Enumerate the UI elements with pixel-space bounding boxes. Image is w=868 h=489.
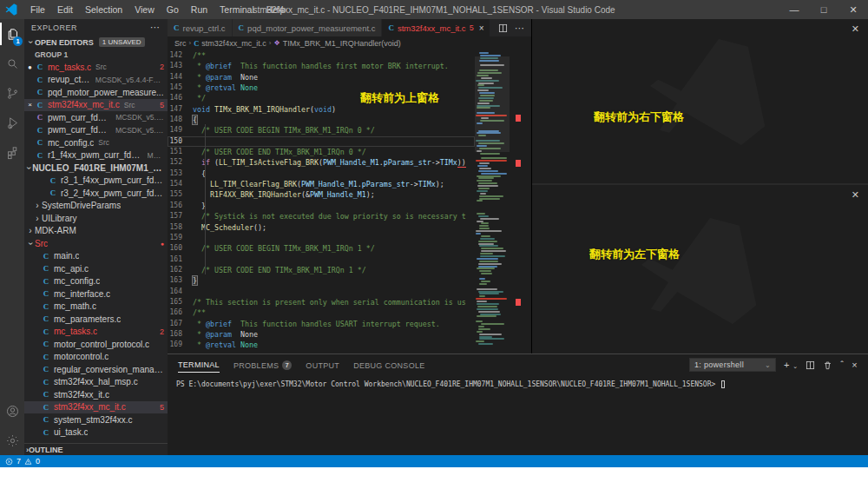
- file-name: mc_tasks.c: [48, 63, 91, 72]
- tree-item[interactable]: Cmotor_control_protocol.c: [24, 338, 168, 351]
- tab-stm32f4xx_mc_it-c[interactable]: Cstm32f4xx_mc_it.c5×: [382, 19, 490, 36]
- panel-tab-output[interactable]: OUTPUT: [306, 357, 339, 373]
- explorer-icon[interactable]: 1: [0, 19, 24, 49]
- empty-editor-pane-top[interactable]: ✕: [532, 19, 868, 185]
- panel-tab-problems[interactable]: PROBLEMS7: [233, 357, 292, 373]
- tree-item[interactable]: Cmc_interface.c: [24, 287, 168, 301]
- split-terminal-icon[interactable]: [806, 360, 815, 370]
- close-pane-icon[interactable]: ✕: [852, 24, 859, 34]
- menu-file[interactable]: File: [24, 0, 51, 19]
- editor-more-actions-icon[interactable]: ⋯: [515, 23, 524, 34]
- tree-item[interactable]: Cstm32f4xx_mc_it.c5: [24, 401, 168, 414]
- tree-item[interactable]: Cmotorcontrol.c: [24, 351, 168, 364]
- close-tab-icon[interactable]: ×: [479, 23, 484, 33]
- source-control-icon[interactable]: [0, 78, 24, 108]
- line-text: LL_TIM_ClearFlag_BRK(PWM_Handle_M1.pPara…: [193, 179, 444, 189]
- minimap-line: [476, 230, 502, 232]
- sidebar-more-actions-icon[interactable]: ⋯: [150, 22, 161, 33]
- minimap-line: [479, 52, 489, 54]
- terminal-output[interactable]: PS E:\documents\pyj\exer\STM32\Motor Con…: [168, 375, 868, 393]
- run-debug-icon[interactable]: [0, 108, 24, 137]
- kill-terminal-trash-icon[interactable]: [823, 360, 832, 370]
- menu-run[interactable]: Run: [185, 0, 214, 19]
- panel-tab-terminal[interactable]: TERMINAL: [178, 357, 220, 373]
- close-panel-icon[interactable]: ×: [852, 360, 858, 370]
- minimap-slider[interactable]: [475, 56, 510, 152]
- open-editor-item[interactable]: Cpwm_curr_fdbk.cMCSDK_v5.4...: [24, 124, 168, 137]
- terminal-cursor: [721, 380, 725, 388]
- code-editor[interactable]: 142/**143 * @brief This function handles…: [168, 50, 531, 354]
- open-editor-item[interactable]: Cmc_config.cSrc: [24, 136, 168, 149]
- close-pane-icon[interactable]: ✕: [852, 190, 859, 200]
- close-button[interactable]: ✕: [838, 0, 868, 19]
- tree-folder-src[interactable]: ›Src●: [24, 237, 168, 250]
- item-label: motor_control_protocol.c: [54, 340, 149, 349]
- error-count[interactable]: 7: [16, 457, 21, 466]
- new-terminal-icon[interactable]: + ⌄: [784, 360, 798, 370]
- breadcrumb-symbol[interactable]: TIMx_BRK_M1_IRQHandler(void): [283, 39, 401, 48]
- accounts-icon[interactable]: [0, 396, 24, 426]
- line-number: 165: [168, 297, 193, 307]
- tree-item[interactable]: Cstm32f4xx_hal_msp.c: [24, 376, 168, 389]
- extensions-icon[interactable]: [0, 137, 24, 167]
- tree-item[interactable]: Cregular_conversion_manager.c: [24, 363, 168, 376]
- minimap-line: [477, 190, 488, 192]
- open-editor-item[interactable]: Cpwm_curr_fdbk.hMCSDK_v5.4...: [24, 111, 168, 124]
- tab-pqd_motor_power_measurement-c[interactable]: Cpqd_motor_power_measurement.c: [233, 19, 383, 36]
- settings-gear-icon[interactable]: [0, 426, 24, 455]
- tree-folder-uilibrary[interactable]: ›UILibrary: [24, 212, 168, 225]
- tree-item[interactable]: Cmc_parameters.c: [24, 313, 168, 326]
- breadcrumb-folder[interactable]: Src: [174, 39, 187, 48]
- tree-item[interactable]: Csystem_stm32f4xx.c: [24, 413, 168, 426]
- tree-item[interactable]: Cui_task.c: [24, 426, 168, 439]
- split-editor-icon[interactable]: [498, 23, 508, 33]
- tree-item[interactable]: Cmc_config.c: [24, 275, 168, 288]
- menu-view[interactable]: View: [128, 0, 161, 19]
- tree-folder-mdk-arm[interactable]: ›MDK-ARM: [24, 225, 168, 238]
- shell-selector[interactable]: 1: powershell ⌄: [689, 358, 776, 372]
- tree-folder-nucleo-f401re-ihm07m1-nohall-1s-[interactable]: ›NUCLEO_F401RE_IHM07M1_NOHALL_1S...: [24, 162, 168, 175]
- tree-item[interactable]: Cr3_1_f4xx_pwm_curr_fdbk.c: [24, 175, 168, 188]
- menu-help[interactable]: Help: [260, 0, 292, 19]
- menu-edit[interactable]: Edit: [51, 0, 79, 19]
- breadcrumb[interactable]: Src › C stm32f4xx_mc_it.c › ❖ TIMx_BRK_M…: [168, 36, 531, 50]
- tree-item[interactable]: Cr3_2_f4xx_pwm_curr_fdbk.c: [24, 187, 168, 200]
- file-description: MC...: [148, 151, 164, 160]
- file-description: MCSDK_v5.4...: [115, 126, 164, 135]
- open-editor-item[interactable]: ×Cstm32f4xx_mc_it.cSrc5: [24, 99, 168, 112]
- open-editor-item[interactable]: Crevup_ctrl.cMCSDK_v5.4.4-Full...: [24, 74, 168, 87]
- minimap-line: [477, 315, 496, 317]
- minimap-line: [479, 283, 487, 285]
- close-icon[interactable]: ×: [24, 101, 36, 109]
- tree-item[interactable]: Cmc_tasks.c2: [24, 326, 168, 339]
- menu-selection[interactable]: Selection: [79, 0, 128, 19]
- warnings-icon: [24, 458, 32, 466]
- breadcrumb-file[interactable]: stm32f4xx_mc_it.c: [201, 39, 266, 48]
- open-editor-item[interactable]: ●Cmc_tasks.cSrc2: [24, 61, 168, 74]
- code-line: 142/**: [168, 50, 475, 61]
- menu-terminal[interactable]: Terminal: [214, 0, 260, 19]
- warning-count[interactable]: 0: [36, 457, 40, 466]
- terminal-actions: 1: powershell ⌄ + ⌄ ˆ ×: [689, 358, 868, 372]
- tree-folder-systemdriveparams[interactable]: ›SystemDriveParams: [24, 200, 168, 213]
- search-icon[interactable]: [0, 49, 24, 78]
- vscode-window: FileEditSelectionViewGoRunTerminalHelp s…: [0, 0, 868, 489]
- tree-item[interactable]: Cmc_api.c: [24, 262, 168, 275]
- maximize-button[interactable]: □: [809, 0, 838, 19]
- open-editors-header[interactable]: › OPEN EDITORS 1 UNSAVED: [24, 36, 168, 49]
- tree-item[interactable]: Cmain.c: [24, 250, 168, 263]
- panel-tab-label: DEBUG CONSOLE: [353, 361, 424, 370]
- tree-item[interactable]: Cmc_math.c: [24, 301, 168, 314]
- code-line: 162 /* USER CODE END TIMx_BRK_M1_IRQn 1 …: [168, 265, 475, 275]
- empty-editor-pane-bottom[interactable]: ✕: [532, 185, 868, 354]
- panel-tab-debug-console[interactable]: DEBUG CONSOLE: [353, 357, 424, 373]
- minimize-button[interactable]: —: [779, 0, 809, 19]
- outline-header[interactable]: › OUTLINE: [24, 443, 168, 455]
- open-editor-item[interactable]: Cpqd_motor_power_measure...: [24, 86, 168, 99]
- tab-label: stm32f4xx_mc_it.c: [398, 23, 466, 33]
- maximize-panel-icon[interactable]: ˆ: [840, 360, 844, 370]
- tree-item[interactable]: Cstm32f4xx_it.c: [24, 388, 168, 401]
- menu-go[interactable]: Go: [161, 0, 185, 19]
- open-editor-item[interactable]: Cr1_f4xx_pwm_curr_fdbk.cMC...: [24, 149, 168, 162]
- tab-revup_ctrl-c[interactable]: Crevup_ctrl.c: [168, 19, 233, 36]
